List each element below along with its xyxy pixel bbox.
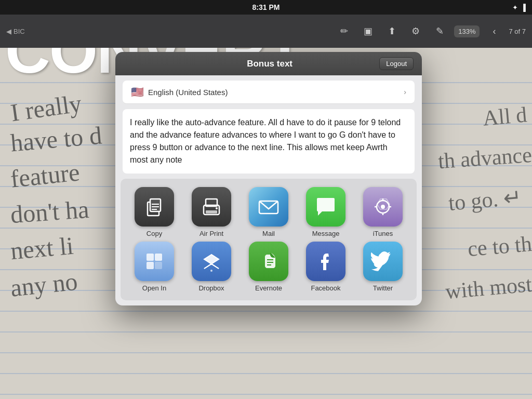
evernote-icon (249, 242, 288, 281)
hw-right-5: with most (444, 272, 532, 304)
language-selector[interactable]: 🇺🇸 English (United States) › (123, 81, 415, 104)
photo-icon[interactable]: ▣ (358, 22, 377, 41)
svg-point-8 (216, 207, 218, 209)
hw-line-5: next li (9, 231, 75, 265)
settings-icon[interactable]: ⚙ (406, 22, 425, 41)
bluetooth-icon: ✦ (512, 4, 518, 11)
hw-line-6: any no (9, 267, 78, 302)
hw-right-2: th advance (437, 142, 532, 174)
back-label: BIC (14, 28, 25, 35)
message-item[interactable]: Message (302, 187, 349, 237)
hw-right-3: to go. ↵ (447, 184, 523, 216)
openin-icon (135, 242, 174, 281)
twitter-icon (363, 242, 403, 281)
share-grid: Copy Air Print (121, 179, 417, 300)
openin-label: Open In (142, 284, 166, 292)
airprint-item[interactable]: Air Print (188, 187, 235, 237)
svg-point-20 (210, 270, 212, 272)
svg-rect-16 (147, 254, 154, 261)
dropbox-icon (192, 242, 231, 281)
chevron-right-icon: › (404, 88, 406, 96)
hw-right-4: ce to th (467, 231, 532, 262)
twitter-item[interactable]: Twitter (360, 242, 406, 292)
message-icon (306, 187, 345, 227)
facebook-label: Facebook (311, 284, 340, 292)
share-modal: Bonus text Logout 🇺🇸 English (United Sta… (115, 52, 422, 305)
openin-item[interactable]: Open In (131, 242, 178, 292)
dropbox-label: Dropbox (198, 284, 224, 292)
itunes-label: iTunes (373, 230, 393, 237)
nav-bar: ◀ BIC ✏ ▣ ⬆ ⚙ ✎ 133% ‹ 7 of 7 (0, 15, 532, 48)
twitter-label: Twitter (373, 284, 393, 292)
converted-text: I really like the auto-advance feature. … (123, 109, 415, 174)
modal-title: Bonus text (160, 59, 379, 69)
airprint-label: Air Print (200, 230, 223, 237)
mail-icon (249, 187, 288, 227)
status-icons: ✦ ▐ (512, 4, 526, 11)
pencil-icon[interactable]: ✏ (335, 22, 353, 41)
back-arrow-icon: ◀ (6, 28, 11, 35)
copy-icon (135, 187, 174, 227)
svg-point-11 (381, 205, 385, 209)
zoom-level[interactable]: 133% (454, 25, 480, 37)
svg-rect-18 (147, 262, 154, 269)
itunes-item[interactable]: iTunes (360, 187, 406, 237)
evernote-label: Evernote (255, 284, 282, 292)
edit-icon[interactable]: ✎ (430, 22, 449, 41)
hw-right-1: All d (482, 102, 528, 130)
hw-line-4: don't ha (9, 195, 90, 229)
copy-label: Copy (147, 230, 162, 237)
battery-icon: ▐ (521, 4, 526, 11)
language-label: English (United States) (148, 88, 400, 97)
hw-line-1: I really (9, 89, 84, 127)
logout-button[interactable]: Logout (379, 57, 414, 70)
facebook-item[interactable]: Facebook (302, 242, 349, 292)
svg-rect-19 (155, 262, 162, 269)
evernote-item[interactable]: Evernote (245, 242, 292, 292)
back-button[interactable]: ◀ BIC (6, 28, 25, 35)
facebook-icon (306, 242, 345, 281)
status-time: 8:31 PM (252, 3, 280, 11)
airprint-icon (192, 187, 231, 227)
flag-icon: 🇺🇸 (131, 86, 144, 98)
svg-rect-7 (206, 210, 217, 214)
hw-line-2: have to d (9, 121, 103, 157)
status-bar: 8:31 PM ✦ ▐ (0, 0, 532, 15)
svg-rect-17 (155, 254, 162, 261)
page-indicator: 7 of 7 (509, 28, 526, 35)
hw-line-3: feature (9, 157, 81, 193)
itunes-icon (363, 187, 403, 227)
modal-titlebar: Bonus text Logout (115, 52, 422, 75)
share-row-1: Copy Air Print (129, 187, 408, 237)
chevron-left-icon[interactable]: ‹ (485, 22, 503, 41)
mail-label: Mail (262, 230, 275, 237)
share-row-2: Open In Dropbox (129, 242, 408, 292)
share-icon[interactable]: ⬆ (382, 22, 401, 41)
message-label: Message (312, 230, 340, 237)
dropbox-item[interactable]: Dropbox (188, 242, 235, 292)
copy-item[interactable]: Copy (131, 187, 178, 237)
mail-item[interactable]: Mail (245, 187, 292, 237)
